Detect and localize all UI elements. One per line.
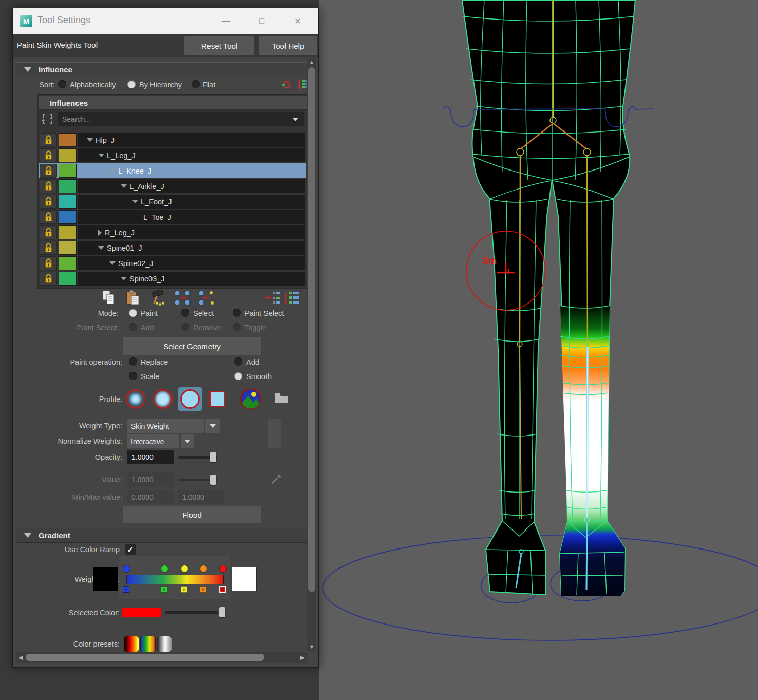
mode-select-label[interactable]: Select: [193, 309, 214, 317]
image-brush-button[interactable]: [239, 387, 262, 411]
selected-color-slider-handle[interactable]: [219, 607, 225, 617]
paint-op-smooth-radio[interactable]: [234, 372, 242, 380]
influence-row-L_Toe_J[interactable]: L_Toe_J: [39, 210, 306, 224]
expand-down-icon[interactable]: [87, 138, 93, 142]
influence-row-Hip_J[interactable]: Hip_J: [39, 133, 306, 147]
sort-flat-label[interactable]: Flat: [203, 81, 215, 89]
ramp-marker-box[interactable]: ✕: [219, 586, 226, 593]
joint-color-swatch[interactable]: [59, 179, 77, 193]
lock-icon[interactable]: [40, 148, 57, 162]
joint-color-swatch[interactable]: [59, 164, 77, 178]
search-dropdown-icon[interactable]: [292, 118, 298, 121]
minimize-button[interactable]: —: [215, 12, 237, 30]
lock-icon[interactable]: [40, 133, 57, 147]
preset-rainbow[interactable]: [140, 636, 156, 652]
joint-color-swatch[interactable]: [59, 133, 77, 147]
joint-color-swatch[interactable]: [59, 272, 77, 286]
lock-icon[interactable]: [40, 241, 57, 255]
lock-icon[interactable]: [40, 164, 57, 178]
opacity-slider-handle[interactable]: [210, 452, 216, 462]
browse-brush-folder-icon[interactable]: [274, 391, 289, 405]
mode-paint-select-label[interactable]: Paint Select: [244, 309, 284, 317]
ramp-marker-dot[interactable]: [219, 565, 227, 573]
expand-down-icon[interactable]: [109, 261, 116, 265]
expand-down-icon[interactable]: [98, 246, 104, 250]
influence-row-R_Leg_J[interactable]: R_Leg_J: [39, 225, 306, 240]
sync-selection-icon[interactable]: [41, 112, 54, 126]
min-color-swatch[interactable]: [93, 567, 118, 591]
copy-weights-icon[interactable]: [101, 290, 117, 306]
ramp-marker-dot[interactable]: [123, 565, 130, 573]
influence-row-Spine03_J[interactable]: Spine03_J: [39, 271, 306, 286]
lock-icon[interactable]: [40, 195, 57, 209]
sort-by-hierarchy-radio[interactable]: [127, 80, 136, 88]
expand-down-icon[interactable]: [121, 184, 127, 188]
sort-order-icon[interactable]: [297, 79, 308, 91]
joint-name-cell[interactable]: Spine02_J: [78, 256, 305, 270]
joint-color-swatch[interactable]: [59, 148, 77, 162]
lock-icon[interactable]: [40, 225, 57, 239]
joint-name-cell[interactable]: Spine03_J: [78, 272, 305, 286]
collapse-arrow-icon[interactable]: [24, 533, 31, 538]
expand-down-icon[interactable]: [98, 154, 104, 157]
ramp-marker-box[interactable]: ✕: [123, 586, 129, 593]
mode-paint-radio[interactable]: [129, 309, 137, 317]
influence-row-Spine01_J[interactable]: Spine01_J: [39, 240, 306, 255]
selected-color-swatch[interactable]: [122, 608, 161, 617]
select-geometry-button[interactable]: Select Geometry: [123, 337, 261, 355]
influence-row-L_Foot_J[interactable]: L_Foot_J: [39, 194, 306, 209]
paint-op-smooth-label[interactable]: Smooth: [246, 372, 272, 381]
ramp-marker-box[interactable]: ✕: [200, 586, 206, 593]
character-mesh[interactable]: [462, 0, 635, 596]
scroll-left-icon[interactable]: ◀: [17, 654, 24, 660]
selected-color-slider-track[interactable]: [165, 611, 218, 614]
preset-black-red-yellow[interactable]: [124, 636, 139, 652]
joint-name-cell[interactable]: L_Foot_J: [78, 195, 305, 209]
normalize-weights-dropdown-arrow[interactable]: [181, 434, 194, 448]
weight-type-dropdown[interactable]: Skin Weight: [127, 419, 204, 433]
move-weights-vertex-icon[interactable]: [196, 290, 215, 306]
collapse-arrow-icon[interactable]: [24, 67, 31, 72]
paint-op-add-radio[interactable]: [234, 357, 242, 366]
tool-help-button[interactable]: Tool Help: [259, 36, 317, 55]
paint-op-add-label[interactable]: Add: [246, 358, 259, 366]
sort-flat-radio[interactable]: [192, 80, 200, 88]
joint-name-cell[interactable]: L_Leg_J: [78, 148, 305, 162]
joint-name-cell[interactable]: R_Leg_J: [78, 225, 305, 239]
paste-vertex-weights-icon[interactable]: [283, 291, 300, 305]
joint-name-cell[interactable]: L_Knee_J: [78, 164, 305, 178]
joint-color-swatch[interactable]: [59, 241, 77, 255]
influence-row-L_Knee_J[interactable]: L_Knee_J: [39, 163, 306, 178]
sort-alphabetically-radio[interactable]: [58, 80, 66, 88]
use-color-ramp-checkbox[interactable]: ✓: [125, 544, 136, 555]
mode-select-radio[interactable]: [181, 309, 190, 317]
ramp-marker-box[interactable]: ✕: [181, 586, 187, 593]
vertical-scrollbar[interactable]: ▲ ▼: [307, 58, 316, 651]
sort-by-hierarchy-label[interactable]: By Hierarchy: [139, 81, 182, 89]
search-input[interactable]: Search...: [58, 112, 304, 126]
lock-icon[interactable]: [40, 179, 57, 193]
paste-weights-icon[interactable]: [125, 290, 141, 306]
scroll-up-icon[interactable]: ▲: [309, 59, 315, 65]
lock-icon[interactable]: [40, 272, 57, 286]
influence-row-Spine02_J[interactable]: Spine02_J: [39, 256, 306, 271]
joint-name-cell[interactable]: Hip_J: [78, 133, 305, 147]
influence-section-header[interactable]: Influence: [16, 62, 307, 77]
joint-color-swatch[interactable]: [59, 256, 77, 270]
viewport-3d[interactable]: Sm: [319, 0, 758, 700]
paint-op-scale-radio[interactable]: [129, 372, 137, 380]
copy-vertex-weights-icon[interactable]: [264, 291, 280, 305]
mode-paint-label[interactable]: Paint: [141, 309, 158, 317]
joint-name-cell[interactable]: L_Ankle_J: [78, 179, 305, 193]
lock-icon[interactable]: [40, 256, 57, 270]
vertical-scroll-thumb[interactable]: [308, 67, 315, 592]
preset-grayscale[interactable]: [157, 636, 172, 652]
ramp-marker-dot[interactable]: [181, 565, 188, 573]
joint-color-swatch[interactable]: [59, 195, 77, 209]
horizontal-scrollbar[interactable]: ◀ ▶: [16, 652, 307, 663]
sort-alphabetically-label[interactable]: Alphabetically: [70, 81, 116, 89]
gaussian-brush-button[interactable]: [124, 387, 147, 411]
joint-color-swatch[interactable]: [59, 225, 77, 239]
color-ramp-bar[interactable]: [126, 575, 224, 584]
flood-button[interactable]: Flood: [123, 506, 261, 523]
